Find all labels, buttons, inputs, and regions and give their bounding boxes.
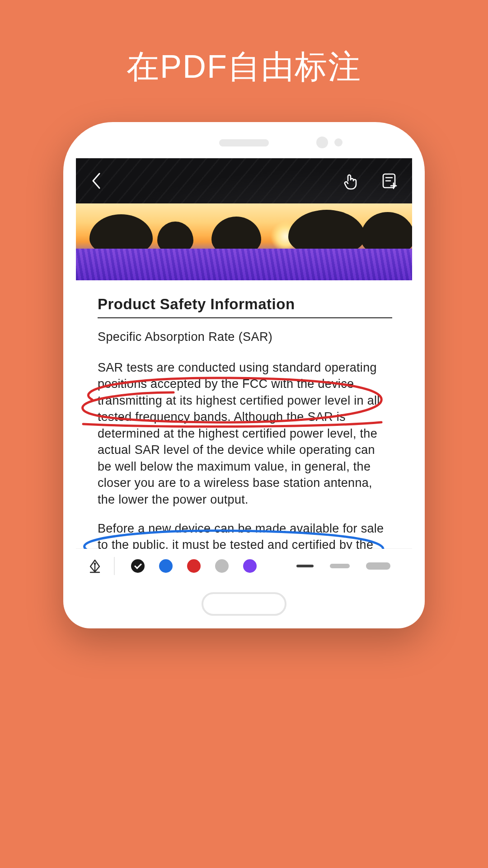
add-annotation-button[interactable] [379, 170, 400, 192]
color-swatch-blue[interactable] [159, 559, 173, 573]
pen-tool-button[interactable] [87, 558, 103, 574]
pointer-tool-button[interactable] [340, 170, 361, 192]
stroke-width-thin[interactable] [296, 565, 314, 567]
app-bar [76, 158, 412, 203]
pointer-hand-icon [342, 172, 360, 190]
document-subtitle: Specific Absorption Rate (SAR) [98, 330, 392, 344]
color-swatch-grey[interactable] [215, 559, 229, 573]
annotation-toolbar [76, 549, 412, 583]
color-swatch-red[interactable] [187, 559, 201, 573]
phone-sensor [334, 138, 343, 146]
note-add-icon [380, 172, 399, 190]
document-hero-image [76, 203, 412, 280]
document-body[interactable]: Product Safety Information Specific Abso… [76, 280, 412, 583]
document-title: Product Safety Information [98, 296, 392, 318]
stroke-width-thick[interactable] [366, 562, 390, 570]
chevron-left-icon [90, 172, 103, 190]
app-screen: Product Safety Information Specific Abso… [76, 158, 412, 583]
phone-speaker [219, 139, 269, 146]
phone-mockup: Product Safety Information Specific Abso… [63, 122, 425, 628]
phone-home-button [202, 592, 286, 616]
toolbar-divider [114, 557, 115, 575]
svg-point-6 [94, 563, 96, 565]
back-button[interactable] [87, 171, 107, 191]
pen-nib-icon [88, 559, 102, 573]
color-swatch-purple[interactable] [243, 559, 257, 573]
stroke-width-medium[interactable] [330, 564, 350, 568]
phone-camera [316, 137, 328, 148]
document-paragraph-1: SAR tests are conducted using standard o… [98, 359, 392, 508]
promo-title: 在PDF自由标注 [0, 45, 488, 89]
color-swatch-black[interactable] [131, 559, 145, 573]
